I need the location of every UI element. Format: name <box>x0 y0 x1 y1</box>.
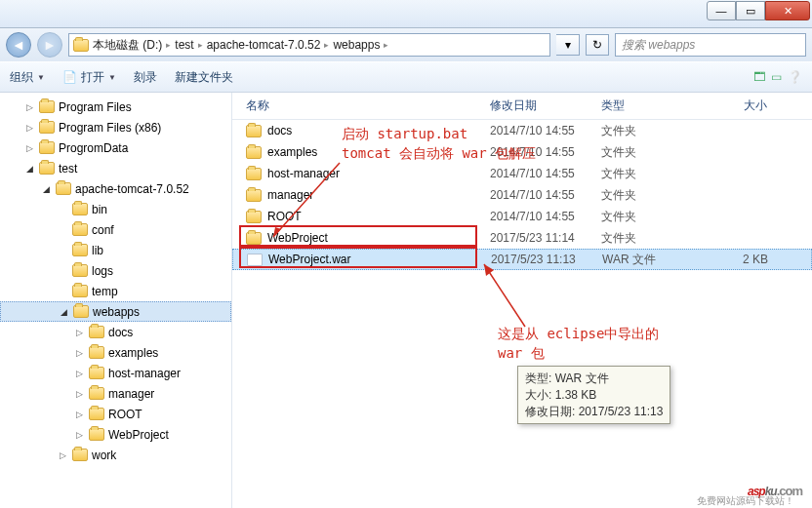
tree-label: WebProject <box>108 428 169 442</box>
tree-expand-icon[interactable]: ▷ <box>24 101 35 112</box>
tree-item-root[interactable]: ▷ROOT <box>0 404 231 424</box>
tree-expand-icon[interactable]: ▷ <box>58 449 68 460</box>
folder-icon <box>72 223 88 236</box>
folder-icon <box>72 285 88 297</box>
file-row[interactable]: manager2014/7/10 14:55文件夹 <box>232 184 812 206</box>
tree-item-webapps[interactable]: ◢webapps <box>0 301 231 322</box>
tree-expand-icon[interactable] <box>58 265 68 276</box>
new-folder-button[interactable]: 新建文件夹 <box>175 69 233 86</box>
tooltip-size: 大小: 1.38 KB <box>525 387 663 404</box>
tree-item-conf[interactable]: conf <box>0 219 231 240</box>
folder-icon <box>89 326 104 338</box>
tree-expand-icon[interactable]: ▷ <box>74 388 85 399</box>
address-dropdown-button[interactable]: ▾ <box>556 34 580 56</box>
tooltip-type: 类型: WAR 文件 <box>525 371 663 387</box>
window-minimize-button[interactable]: — <box>707 1 736 20</box>
tree-item-progromdata[interactable]: ▷ProgromData <box>0 137 231 158</box>
annotation-box-webproject-war <box>239 247 477 268</box>
folder-icon <box>56 182 71 195</box>
file-name: host-manager <box>267 167 340 180</box>
tree-expand-icon[interactable] <box>58 204 68 215</box>
col-type[interactable]: 类型 <box>601 98 707 114</box>
breadcrumb-webapps[interactable]: webapps▸ <box>333 38 388 52</box>
tree-label: manager <box>108 387 154 401</box>
breadcrumb-tomcat[interactable]: apache-tomcat-7.0.52▸ <box>207 38 330 52</box>
tree-expand-icon[interactable]: ▷ <box>74 368 85 378</box>
tree-expand-icon[interactable]: ◢ <box>59 306 69 317</box>
svg-line-2 <box>484 264 525 327</box>
tree-expand-icon[interactable] <box>58 224 68 235</box>
file-row[interactable]: ROOT2014/7/10 14:55文件夹 <box>232 206 812 227</box>
burn-button[interactable]: 刻录 <box>134 69 157 86</box>
file-type: WAR 文件 <box>602 252 708 268</box>
tree-expand-icon[interactable]: ▷ <box>24 122 35 133</box>
tree-expand-icon[interactable] <box>58 245 68 255</box>
help-button[interactable]: ❔ <box>788 70 802 84</box>
search-input[interactable]: 搜索 webapps <box>615 33 806 57</box>
tree-expand-icon[interactable]: ▷ <box>24 142 35 153</box>
file-row[interactable]: host-manager2014/7/10 14:55文件夹 <box>232 163 812 184</box>
tree-item-host-manager[interactable]: ▷host-manager <box>0 363 231 383</box>
nav-back-button[interactable]: ◄ <box>6 32 31 58</box>
open-button[interactable]: 📄打开▼ <box>62 69 116 86</box>
tree-item-program-files[interactable]: ▷Program Files <box>0 97 231 117</box>
tree-item-test[interactable]: ◢test <box>0 158 231 178</box>
tree-item-temp[interactable]: temp <box>0 281 231 301</box>
tree-expand-icon[interactable]: ◢ <box>41 183 52 194</box>
view-mode-button[interactable]: 🗔 <box>753 70 765 84</box>
tree-label: apache-tomcat-7.0.52 <box>75 182 189 196</box>
folder-icon <box>73 305 89 318</box>
file-type: 文件夹 <box>601 230 707 247</box>
folder-icon <box>39 162 55 175</box>
folder-icon <box>89 387 104 400</box>
tree-expand-icon[interactable]: ▷ <box>74 347 85 358</box>
folder-icon <box>246 146 262 159</box>
breadcrumb-test[interactable]: test▸ <box>175 38 202 52</box>
col-name[interactable]: 名称 <box>246 98 490 114</box>
tree-expand-icon[interactable]: ▷ <box>74 409 85 419</box>
breadcrumb-drive[interactable]: 本地磁盘 (D:)▸ <box>93 37 171 54</box>
nav-forward-button[interactable]: ► <box>37 32 62 58</box>
titlebar: — ▭ ✕ <box>0 0 812 28</box>
folder-tree[interactable]: ▷Program Files▷Program Files (x86)▷Progr… <box>0 93 232 508</box>
organize-menu[interactable]: 组织▼ <box>10 69 45 86</box>
annotation-top-text: 启动 startup.bat tomcat 会自动将 war 包解压 <box>342 125 536 163</box>
tree-item-bin[interactable]: bin <box>0 199 231 219</box>
tree-label: bin <box>92 203 107 216</box>
window-close-button[interactable]: ✕ <box>765 1 810 20</box>
tree-item-program-files-x86-[interactable]: ▷Program Files (x86) <box>0 117 231 137</box>
file-date: 2017/5/23 11:13 <box>491 253 602 266</box>
refresh-button[interactable]: ↻ <box>586 34 609 56</box>
tree-label: test <box>59 162 77 176</box>
folder-icon <box>89 367 104 379</box>
tree-item-manager[interactable]: ▷manager <box>0 383 231 404</box>
tree-item-examples[interactable]: ▷examples <box>0 342 231 363</box>
window-maximize-button[interactable]: ▭ <box>736 1 765 20</box>
tree-expand-icon[interactable]: ▷ <box>74 327 85 337</box>
tree-item-docs[interactable]: ▷docs <box>0 322 231 342</box>
tree-expand-icon[interactable]: ▷ <box>74 429 85 440</box>
tree-label: logs <box>92 264 113 278</box>
col-date[interactable]: 修改日期 <box>490 98 601 114</box>
tree-item-webproject[interactable]: ▷WebProject <box>0 424 231 445</box>
file-type: 文件夹 <box>601 123 707 139</box>
tree-expand-icon[interactable] <box>58 286 68 296</box>
folder-icon <box>72 264 88 277</box>
tree-label: temp <box>92 285 118 298</box>
tree-item-apache-tomcat-7-0-52[interactable]: ◢apache-tomcat-7.0.52 <box>0 178 231 199</box>
preview-pane-button[interactable]: ▭ <box>771 70 782 84</box>
tree-item-lib[interactable]: lib <box>0 240 231 260</box>
address-bar[interactable]: 本地磁盘 (D:)▸ test▸ apache-tomcat-7.0.52▸ w… <box>68 33 550 57</box>
main-area: ▷Program Files▷Program Files (x86)▷Progr… <box>0 93 812 508</box>
column-headers[interactable]: 名称 修改日期 类型 大小 <box>232 93 812 120</box>
tree-expand-icon[interactable]: ◢ <box>24 163 35 174</box>
file-list-area: 名称 修改日期 类型 大小 docs2014/7/10 14:55文件夹exam… <box>232 93 812 508</box>
tree-item-logs[interactable]: logs <box>0 260 231 281</box>
file-type: 文件夹 <box>601 209 707 225</box>
tree-item-work[interactable]: ▷work <box>0 445 231 465</box>
tree-label: conf <box>92 223 114 237</box>
tree-label: examples <box>108 346 158 360</box>
folder-icon <box>246 211 262 223</box>
tree-label: ProgromData <box>59 141 128 155</box>
col-size[interactable]: 大小 <box>707 98 767 114</box>
